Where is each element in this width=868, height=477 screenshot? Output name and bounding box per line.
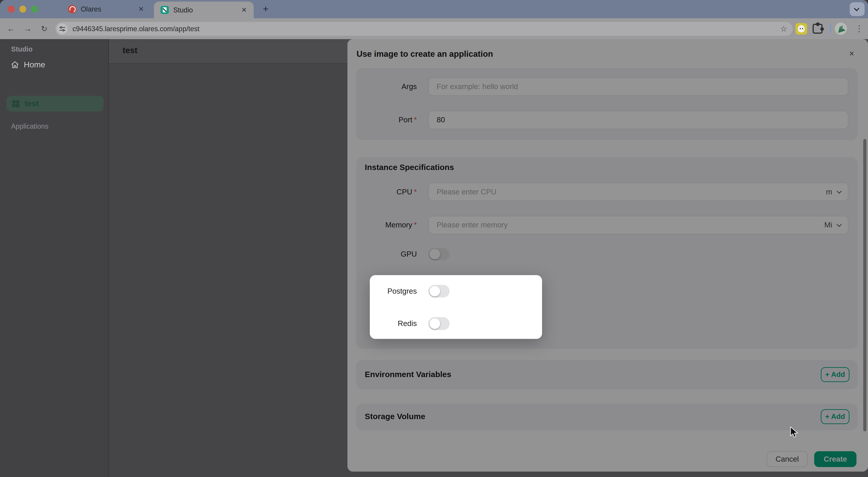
tab-close-icon[interactable]: ✕ (241, 6, 247, 13)
redis-row: Redis (370, 317, 542, 330)
site-settings-icon[interactable] (57, 24, 68, 34)
page-title: test (123, 46, 137, 55)
new-tab-button[interactable]: + (258, 0, 274, 18)
postgres-toggle[interactable] (428, 285, 450, 298)
sidebar-item-home[interactable]: Home (0, 58, 108, 72)
browser-tab-strip: Olares ✕ Studio ✕ + (0, 0, 868, 18)
postgres-label: Postgres (370, 287, 417, 295)
toolbar-divider (830, 24, 831, 34)
middleware-popup: Postgres Redis (370, 275, 542, 339)
reload-icon[interactable]: ↻ (38, 18, 51, 39)
tab-studio[interactable]: Studio ✕ (154, 2, 254, 18)
redis-toggle[interactable] (428, 317, 450, 330)
window-controls (8, 0, 38, 18)
back-icon[interactable]: ← (4, 18, 18, 39)
extension-dog-icon[interactable] (796, 23, 807, 35)
minimize-window-button[interactable] (20, 6, 26, 13)
close-window-button[interactable] (8, 6, 15, 13)
popup-backdrop-overlay[interactable] (347, 39, 868, 472)
sidebar-item-label: test (24, 99, 39, 108)
sidebar-app-title: Studio (11, 45, 33, 53)
tab-olares[interactable]: Olares ✕ (50, 0, 151, 18)
screen: Olares ✕ Studio ✕ + ← → ↻ c9446345.lares… (0, 0, 868, 477)
sidebar-item-test[interactable]: test (6, 96, 103, 112)
tab-search-chevron-button[interactable] (850, 2, 865, 16)
app-sidebar: Studio Home Applications test (0, 39, 108, 477)
redis-label: Redis (370, 319, 417, 328)
address-bar[interactable]: c9446345.laresprime.olares.com/app/test … (55, 22, 793, 36)
home-icon (11, 61, 19, 68)
tab-label: Studio (174, 6, 193, 14)
browser-menu-icon[interactable]: ⋮ (854, 18, 864, 39)
tab-close-icon[interactable]: ✕ (138, 6, 144, 12)
bookmark-star-icon[interactable]: ☆ (780, 25, 787, 33)
sidebar-item-label: Home (24, 60, 45, 69)
grid-icon (12, 100, 20, 108)
profile-avatar[interactable] (835, 23, 847, 35)
extensions-puzzle-icon[interactable] (813, 24, 823, 34)
sidebar-section-label: Applications (11, 122, 49, 130)
zoom-window-button[interactable] (31, 6, 38, 13)
forward-icon[interactable]: → (21, 18, 34, 39)
olares-favicon-icon (68, 5, 76, 13)
postgres-row: Postgres (370, 285, 542, 298)
mouse-cursor (790, 426, 798, 439)
browser-toolbar: ← → ↻ c9446345.laresprime.olares.com/app… (0, 18, 868, 39)
tab-label: Olares (81, 5, 101, 13)
modal-scrollbar-thumb[interactable] (863, 139, 866, 431)
url-text: c9446345.laresprime.olares.com/app/test (72, 25, 199, 33)
chevron-down-icon (854, 6, 860, 11)
studio-favicon-icon (160, 6, 169, 14)
